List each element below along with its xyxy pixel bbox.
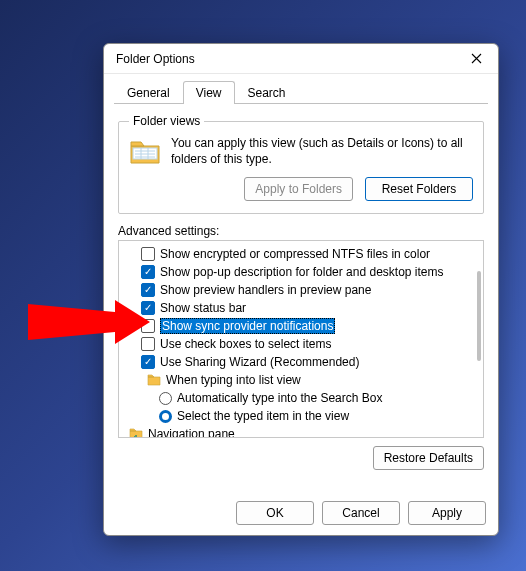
tab-search[interactable]: Search [235,81,299,104]
scrollbar-thumb[interactable] [477,271,481,361]
option-label: Show encrypted or compressed NTFS files … [160,247,430,261]
restore-defaults-button[interactable]: Restore Defaults [373,446,484,470]
check-option[interactable]: Use Sharing Wizard (Recommended) [125,353,483,371]
advanced-settings-label: Advanced settings: [118,224,484,238]
reset-folders-button[interactable]: Reset Folders [365,177,473,201]
folder-views-group: Folder views You can apply this view (su… [118,114,484,214]
nav-pane-icon [129,428,143,438]
checkbox-icon[interactable] [141,247,155,261]
option-label: Use check boxes to select items [160,337,331,351]
option-label: Show sync provider notifications [160,318,335,334]
option-label: Automatically type into the Search Box [177,391,382,405]
folder-icon [147,374,161,386]
folder-views-text: You can apply this view (such as Details… [171,136,473,167]
option-label: Use Sharing Wizard (Recommended) [160,355,359,369]
tab-general[interactable]: General [114,81,183,104]
radio-option[interactable]: Automatically type into the Search Box [125,389,483,407]
advanced-settings-list[interactable]: Show encrypted or compressed NTFS files … [118,240,484,438]
titlebar: Folder Options [104,44,498,74]
radio-icon[interactable] [159,410,172,423]
check-option[interactable]: Show status bar [125,299,483,317]
option-label: Show status bar [160,301,246,315]
option-label: Show preview handlers in preview pane [160,283,371,297]
checkbox-icon[interactable] [141,337,155,351]
tree-group[interactable]: Navigation pane [125,425,483,438]
dialog-buttons: OK Cancel Apply [236,501,486,525]
check-option[interactable]: Show pop-up description for folder and d… [125,263,483,281]
cancel-button[interactable]: Cancel [322,501,400,525]
checkbox-icon[interactable] [141,265,155,279]
tab-view[interactable]: View [183,81,235,104]
close-icon [471,53,482,64]
apply-button[interactable]: Apply [408,501,486,525]
folder-icon [129,138,161,166]
option-label: Select the typed item in the view [177,409,349,423]
ok-button[interactable]: OK [236,501,314,525]
group-label: Navigation pane [148,427,235,438]
folder-views-legend: Folder views [129,114,204,128]
folder-options-dialog: Folder Options General View Search Folde… [103,43,499,536]
window-title: Folder Options [116,52,460,66]
checkbox-icon[interactable] [141,301,155,315]
tab-strip: General View Search [114,80,488,104]
check-option[interactable]: Show encrypted or compressed NTFS files … [125,245,483,263]
tab-body-view: Folder views You can apply this view (su… [104,104,498,470]
radio-icon[interactable] [159,392,172,405]
group-label: When typing into list view [166,373,301,387]
check-option[interactable]: Show preview handlers in preview pane [125,281,483,299]
check-option[interactable]: Use check boxes to select items [125,335,483,353]
checkbox-icon[interactable] [141,283,155,297]
checkbox-icon[interactable] [141,355,155,369]
apply-to-folders-button[interactable]: Apply to Folders [244,177,353,201]
check-option[interactable]: Show sync provider notifications [125,317,483,335]
close-button[interactable] [460,47,492,71]
tree-group[interactable]: When typing into list view [125,371,483,389]
radio-option[interactable]: Select the typed item in the view [125,407,483,425]
checkbox-icon[interactable] [141,319,155,333]
option-label: Show pop-up description for folder and d… [160,265,444,279]
